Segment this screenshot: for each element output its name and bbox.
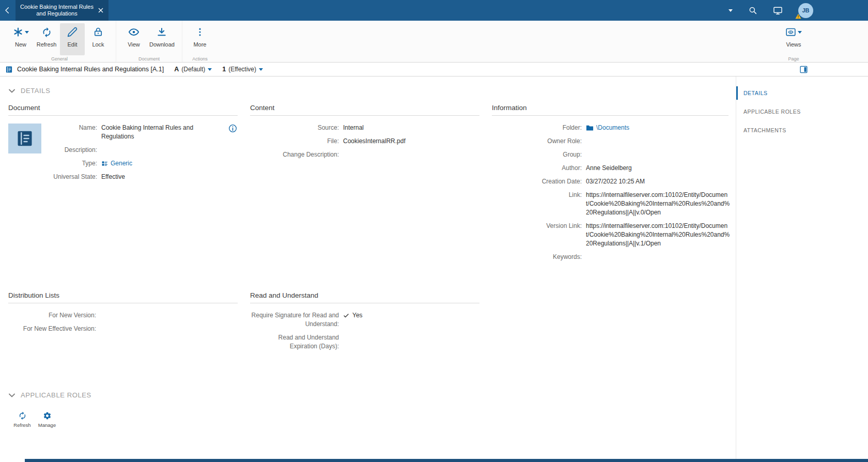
version-link-label: Version Link: xyxy=(492,222,582,230)
source-label: Source: xyxy=(250,124,339,132)
download-button-label: Download xyxy=(149,41,175,48)
new-icon xyxy=(13,26,29,38)
refresh-icon xyxy=(18,411,27,420)
view-button-label: View xyxy=(128,41,140,48)
owner-role-value xyxy=(586,137,731,146)
read-understand-panel: Read and Understand Require Signature fo… xyxy=(250,291,479,351)
more-icon xyxy=(195,26,205,38)
views-button-label: Views xyxy=(786,41,801,48)
views-icon xyxy=(785,26,802,38)
details-section-header[interactable]: DETAILS xyxy=(8,87,736,95)
edit-button[interactable]: Edit xyxy=(60,23,85,55)
version-letter-dropdown[interactable]: A (Default) xyxy=(174,66,212,73)
expiration-label: Read and Understand Expiration (Days): xyxy=(250,333,339,351)
new-button[interactable]: New xyxy=(8,23,33,55)
folder-link[interactable]: \Documents xyxy=(596,124,629,132)
content-panel-title: Content xyxy=(250,104,479,116)
for-new-version-label: For New Version: xyxy=(8,311,96,320)
for-new-effective-version-value xyxy=(100,325,238,333)
panel-toggle-icon[interactable] xyxy=(799,65,808,74)
expiration-value xyxy=(343,333,479,342)
check-icon xyxy=(343,313,349,319)
applicable-roles-toolbar: Refresh Manage xyxy=(8,408,736,430)
group-label: Group: xyxy=(492,150,582,159)
version-number-dropdown[interactable]: 1 (Effective) xyxy=(222,66,263,73)
view-button[interactable]: View xyxy=(121,23,146,55)
for-new-effective-version-label: For New Effective Version: xyxy=(8,325,96,333)
document-icon xyxy=(5,66,13,73)
lock-button[interactable]: Lock xyxy=(86,23,111,55)
info-icon[interactable] xyxy=(228,124,238,135)
version-number: 1 xyxy=(222,66,226,73)
ribbon-group-document: View Download Document xyxy=(116,21,182,62)
source-value: Internal xyxy=(343,124,479,132)
warning-icon xyxy=(795,13,801,20)
details-section-title: DETAILS xyxy=(21,87,50,95)
roles-refresh-label: Refresh xyxy=(13,422,30,428)
applicable-roles-section-title: APPLICABLE ROLES xyxy=(21,391,91,399)
file-label: File: xyxy=(250,137,339,146)
search-icon[interactable] xyxy=(748,6,757,15)
ribbon-group-label-actions: Actions xyxy=(188,55,212,63)
sidebar-item-details[interactable]: DETAILS xyxy=(736,84,868,102)
chevron-down-icon xyxy=(8,89,16,93)
views-dropdown-caret xyxy=(798,31,802,34)
views-button[interactable]: Views xyxy=(781,23,806,55)
version-number-state: (Effective) xyxy=(228,66,256,73)
creation-date-value: 03/27/2022 10:25 AM xyxy=(586,177,731,186)
require-signature-value: Yes xyxy=(352,311,363,320)
monitor-icon[interactable] xyxy=(773,6,783,16)
type-link[interactable]: Generic xyxy=(111,159,132,168)
information-panel-title: Information xyxy=(492,104,729,116)
distribution-lists-title: Distribution Lists xyxy=(8,291,238,303)
file-value: CookiesInternalRR.pdf xyxy=(343,137,479,146)
new-button-label: New xyxy=(15,41,26,48)
version-letter: A xyxy=(174,66,179,73)
change-description-label: Change Description: xyxy=(250,150,339,159)
download-button[interactable]: Download xyxy=(147,23,177,55)
document-panel-title: Document xyxy=(8,104,238,116)
refresh-icon xyxy=(41,26,52,38)
more-button-label: More xyxy=(193,41,206,48)
ribbon-group-label-page: Page xyxy=(781,55,806,63)
document-tab[interactable]: Cookie Baking Internal Rules and Regulat… xyxy=(16,0,109,21)
main-content: DETAILS Document Name: Cookie Baking Int… xyxy=(0,76,736,462)
lock-icon xyxy=(93,26,103,38)
more-button[interactable]: More xyxy=(188,23,212,55)
name-label: Name: xyxy=(50,124,97,132)
topbar-actions: JB xyxy=(729,3,868,18)
keywords-label: Keywords: xyxy=(492,253,582,261)
creation-date-label: Creation Date: xyxy=(492,177,582,186)
ribbon-toolbar: New Refresh Edit Lock General xyxy=(0,21,868,63)
type-label: Type: xyxy=(50,159,97,168)
sidebar-item-attachments[interactable]: ATTACHMENTS xyxy=(736,121,868,140)
eye-icon xyxy=(128,26,140,38)
back-icon xyxy=(4,6,12,14)
new-dropdown-caret xyxy=(25,31,29,34)
sidebar-item-applicable-roles[interactable]: APPLICABLE ROLES xyxy=(736,102,868,121)
ribbon-group-label-document: Document xyxy=(121,55,177,63)
roles-refresh-button[interactable]: Refresh xyxy=(10,408,34,430)
close-icon[interactable] xyxy=(95,7,106,14)
document-panel: Document Name: Cookie Baking Internal Ru… xyxy=(8,104,238,261)
ribbon-group-general: New Refresh Edit Lock General xyxy=(3,21,116,62)
author-value: Anne Seidelberg xyxy=(586,164,731,173)
document-thumbnail[interactable] xyxy=(8,124,41,153)
breadcrumb: Cookie Baking Internal Rules and Regulat… xyxy=(0,63,868,76)
version-link[interactable]: https://internalfileserver.com:10102/Ent… xyxy=(586,222,731,248)
chevron-down-icon[interactable] xyxy=(729,9,733,12)
entity-link[interactable]: https://internalfileserver.com:10102/Ent… xyxy=(586,191,731,217)
keywords-value xyxy=(586,253,731,261)
roles-manage-button[interactable]: Manage xyxy=(35,408,59,430)
folder-label: Folder: xyxy=(492,124,582,132)
lock-button-label: Lock xyxy=(92,41,104,48)
book-icon xyxy=(16,129,34,148)
back-button[interactable] xyxy=(0,6,16,14)
ribbon-group-label-general: General xyxy=(8,55,111,63)
refresh-button[interactable]: Refresh xyxy=(34,23,59,55)
information-panel: Information Folder: \Documents Owner Rol… xyxy=(492,104,729,261)
link-label: Link: xyxy=(492,191,582,199)
applicable-roles-section-header[interactable]: APPLICABLE ROLES xyxy=(8,391,736,399)
content-panel: Content Source: Internal File: CookiesIn… xyxy=(250,104,479,261)
avatar[interactable]: JB xyxy=(798,3,813,18)
